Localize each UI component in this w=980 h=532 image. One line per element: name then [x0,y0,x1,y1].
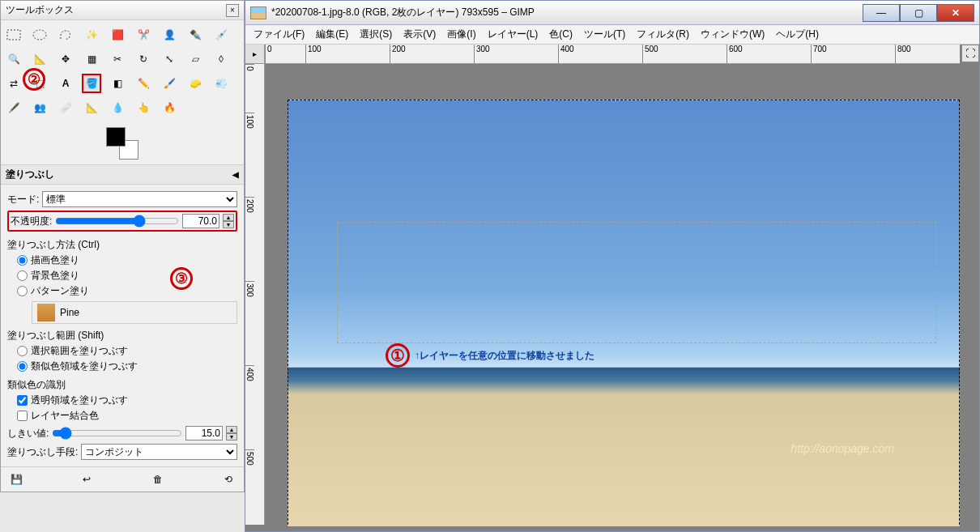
menu-file[interactable]: ファイル(F) [249,26,309,43]
opacity-value[interactable] [182,214,219,228]
paths-tool[interactable]: ✒️ [185,25,205,45]
color-picker-tool[interactable]: 💉 [211,25,231,45]
cage-tool[interactable]: ⬚ [30,74,49,93]
fill-transparent-check[interactable] [17,395,28,406]
ruler-vertical[interactable]: 0 100 200 300 400 500 [245,64,265,525]
fill-method-label: 塗りつぶし方法 (Ctrl) [7,238,237,252]
blur-tool[interactable]: 💧 [108,98,127,117]
opacity-up[interactable]: ▲ [223,214,234,221]
reset-options-icon[interactable]: ⟲ [221,472,236,487]
mode-select[interactable]: 標準 [42,191,237,207]
window-icon [250,6,266,19]
clone-tool[interactable]: 👥 [30,98,49,117]
rect-select-tool[interactable] [4,25,23,45]
color-select-tool[interactable]: 🟥 [108,25,127,45]
threshold-up[interactable]: ▲ [226,426,237,433]
free-select-tool[interactable] [56,25,75,45]
fill-transparent-label: 透明領域を塗りつぶす [31,394,128,407]
canvas-area: ▸ 0 100 200 300 400 500 600 700 800 ⛶ 0 … [245,45,979,531]
fill-means-select[interactable]: コンポジット [81,444,237,460]
toolbox-close-button[interactable]: × [226,4,239,17]
pattern-preview[interactable]: Pine [32,301,237,324]
menu-filters[interactable]: フィルタ(R) [632,26,694,43]
airbrush-tool[interactable]: 💨 [211,74,231,93]
close-button[interactable]: ✕ [937,4,974,22]
color-swatch[interactable] [106,127,138,160]
heal-tool[interactable]: 🩹 [56,98,75,117]
opacity-slider[interactable] [55,215,179,228]
fill-selection-label: 選択範囲を塗りつぶす [31,344,128,358]
opacity-label: 不透明度: [11,215,52,228]
minimize-button[interactable]: — [863,4,900,22]
dodge-burn-tool[interactable]: 🔥 [160,98,179,117]
tool-options-title: 塗りつぶし [6,168,54,181]
paintbrush-tool[interactable]: 🖌️ [160,74,179,93]
crop-tool[interactable]: ✂ [108,49,127,69]
foreground-select-tool[interactable]: 👤 [160,25,179,45]
rotate-tool[interactable]: ↻ [134,49,153,69]
svg-point-1 [33,30,46,40]
menu-colors[interactable]: 色(C) [544,26,577,43]
perspective-clone-tool[interactable]: 📐 [82,98,101,117]
toolbox-titlebar: ツールボックス × [1,1,244,20]
pencil-tool[interactable]: ✏️ [134,74,153,93]
image-content[interactable]: ① ↑レイヤーを任意の位置に移動させました http://aonopage.co… [288,100,960,526]
opacity-down[interactable]: ▼ [223,221,234,228]
canvas[interactable]: ① ↑レイヤーを任意の位置に移動させました http://aonopage.co… [265,64,961,526]
menu-edit[interactable]: 編集(E) [311,26,353,43]
fill-pattern-radio[interactable] [17,286,28,296]
annotation-1-group: ① ↑レイヤーを任意の位置に移動させました [386,343,594,368]
restore-options-icon[interactable]: ↩ [79,472,94,487]
scale-tool[interactable]: ⤡ [160,49,179,69]
ink-tool[interactable]: 🖋️ [4,98,23,117]
ruler-corner[interactable]: ▸ [245,45,265,64]
menu-view[interactable]: 表示(V) [398,26,441,43]
bucket-fill-tool[interactable]: 🪣 [82,74,101,93]
shear-tool[interactable]: ▱ [185,49,205,69]
main-titlebar: *20200708-1.jpg-8.0 (RGB, 2枚のレイヤー) 793x5… [245,1,979,25]
measure-tool[interactable]: 📐 [30,49,49,69]
flip-tool[interactable]: ⇄ [4,74,23,93]
scissors-tool[interactable]: ✂️ [134,25,153,45]
toolbox-title-text: ツールボックス [6,3,226,17]
menu-help[interactable]: ヘルプ(H) [771,26,824,43]
save-options-icon[interactable]: 💾 [9,472,23,487]
fill-fg-radio[interactable] [17,255,28,266]
maximize-button[interactable]: ▢ [900,4,937,22]
menu-layer[interactable]: レイヤー(L) [483,26,543,43]
ruler-horizontal[interactable]: 0 100 200 300 400 500 600 700 800 [265,45,960,64]
fuzzy-select-tool[interactable]: ✨ [82,25,101,45]
zoom-tool[interactable]: 🔍 [4,49,23,69]
fill-similar-radio[interactable] [17,361,28,372]
blend-tool[interactable]: ◧ [108,74,127,93]
text-tool[interactable]: A [56,74,75,93]
foreground-color[interactable] [106,127,126,147]
threshold-value[interactable] [185,426,223,440]
menu-tools[interactable]: ツール(T) [579,26,630,43]
move-tool[interactable]: ✥ [56,49,75,69]
layer-merge-check[interactable] [17,411,28,421]
smudge-tool[interactable]: 👆 [134,98,153,117]
align-tool[interactable]: ▦ [82,49,101,69]
mode-label: モード: [7,193,39,206]
annotation-1-circle: ① [386,343,410,368]
pattern-swatch [37,304,55,321]
delete-options-icon[interactable]: 🗑 [151,472,165,487]
fill-pattern-label: パターン塗り [31,284,89,298]
layer-merge-label: レイヤー結合色 [31,409,99,423]
perspective-tool[interactable]: ◊ [211,49,231,69]
tool-options-header: 塗りつぶし ◀ [1,164,244,185]
layer-selection-outline [337,222,936,343]
eraser-tool[interactable]: 🧽 [185,74,205,93]
ellipse-select-tool[interactable] [30,25,49,45]
nav-preview-icon[interactable]: ⛶ [961,45,979,62]
menu-select[interactable]: 選択(S) [355,26,397,43]
menu-windows[interactable]: ウィンドウ(W) [696,26,769,43]
menu-image[interactable]: 画像(I) [442,26,480,43]
fill-bg-radio[interactable] [17,270,28,281]
annotation-1-text: ↑レイヤーを任意の位置に移動させました [415,349,594,363]
collapse-icon[interactable]: ◀ [232,170,239,179]
threshold-down[interactable]: ▼ [226,433,237,440]
threshold-slider[interactable] [52,427,182,440]
fill-selection-radio[interactable] [17,346,28,356]
